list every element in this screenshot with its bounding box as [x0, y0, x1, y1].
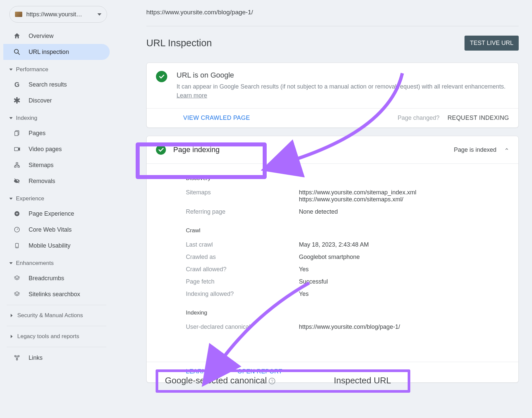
divider	[7, 305, 106, 305]
property-selector[interactable]: https://www.yoursit…	[9, 6, 107, 23]
video-icon	[13, 145, 21, 153]
nav-breadcrumbs[interactable]: Breadcrumbs	[3, 270, 110, 286]
page-changed-label: Page changed?	[398, 114, 440, 121]
learn-more-button[interactable]: LEARN MORE	[186, 368, 227, 375]
links-icon	[13, 353, 21, 362]
nav-sitelinks-searchbox[interactable]: Sitelinks searchbox	[3, 286, 110, 302]
divider	[7, 326, 106, 326]
nav-core-web-vitals[interactable]: Core Web Vitals	[3, 222, 110, 238]
home-icon	[13, 32, 21, 40]
page-indexing-card: Page indexing Page is indexed Discovery …	[146, 136, 519, 383]
view-crawled-page-button[interactable]: VIEW CRAWLED PAGE	[183, 114, 250, 121]
nav-label: Video pages	[29, 146, 62, 153]
nav-label: Security & Manual Actions	[17, 312, 83, 319]
svg-point-11	[17, 247, 17, 248]
svg-point-0	[14, 49, 18, 53]
svg-rect-6	[15, 166, 16, 167]
nav-overview[interactable]: Overview	[3, 28, 110, 44]
plus-circle-icon	[13, 209, 21, 218]
nav-label: Removals	[29, 178, 55, 185]
check-circle-icon	[156, 145, 166, 155]
group-enhancements[interactable]: Enhancements	[3, 256, 110, 270]
nav-search-results[interactable]: G Search results	[3, 77, 110, 93]
request-indexing-button[interactable]: REQUEST INDEXING	[448, 114, 509, 121]
kv-key: Page fetch	[186, 278, 299, 285]
svg-rect-4	[15, 147, 19, 151]
nav-label: Overview	[29, 33, 54, 40]
page-indexing-header[interactable]: Page indexing Page is indexed	[147, 136, 518, 163]
layers-icon	[13, 290, 21, 299]
nav-label: Pages	[29, 130, 46, 137]
pages-icon	[13, 129, 21, 137]
open-report-button[interactable]: OPEN REPORT	[237, 368, 282, 375]
property-favicon	[15, 12, 22, 17]
test-live-url-button[interactable]: TEST LIVE URL	[465, 36, 519, 51]
google-canonical-key: Google-selected canonical?	[165, 375, 275, 386]
svg-rect-7	[18, 166, 20, 167]
nav-url-inspection[interactable]: URL inspection	[3, 44, 110, 60]
nav-label: Mobile Usability	[29, 242, 70, 249]
group-label: Performance	[16, 66, 48, 73]
group-label: Indexing	[16, 115, 37, 121]
nav-label: Page Experience	[29, 210, 74, 217]
nav-removals[interactable]: Removals	[3, 173, 110, 189]
group-label: Experience	[16, 195, 44, 202]
divider	[146, 26, 519, 26]
group-experience[interactable]: Experience	[3, 192, 110, 206]
sidebar: https://www.yoursit… Overview URL inspec…	[0, 0, 113, 418]
chevron-right-icon	[11, 335, 13, 338]
page-title: URL Inspection	[146, 38, 212, 49]
visibility-off-icon	[13, 177, 21, 185]
group-performance[interactable]: Performance	[3, 63, 110, 77]
nav-legacy[interactable]: Legacy tools and reports	[3, 329, 110, 344]
sitemap-icon	[13, 161, 21, 169]
kv-key: User-declared canonical	[186, 323, 299, 330]
kv-key: Sitemaps	[186, 189, 299, 203]
asterisk-icon: ✱	[13, 96, 21, 105]
nav-label: Sitemaps	[29, 162, 54, 169]
google-canonical-val: Inspected URL	[334, 375, 391, 386]
page-indexing-title: Page indexing	[173, 145, 219, 154]
nav-links[interactable]: Links	[3, 350, 110, 366]
help-icon[interactable]: ?	[269, 378, 275, 384]
svg-line-1	[18, 53, 20, 55]
section-crawl: Crawl	[186, 227, 509, 234]
divider	[7, 347, 106, 347]
nav-video-pages[interactable]: Video pages	[3, 141, 110, 157]
kv-val: May 18, 2023, 2:43:48 AM	[299, 241, 509, 248]
nav-security[interactable]: Security & Manual Actions	[3, 308, 110, 323]
kv-val: https://www.yoursite.com/sitemap_index.x…	[299, 189, 509, 203]
nav-discover[interactable]: ✱ Discover	[3, 93, 110, 108]
kv-val: Yes	[299, 266, 509, 273]
group-indexing[interactable]: Indexing	[3, 111, 110, 125]
nav-sitemaps[interactable]: Sitemaps	[3, 157, 110, 173]
status-card: URL is on Google It can appear in Google…	[146, 63, 519, 128]
chevron-down-icon	[9, 117, 13, 119]
nav-pages[interactable]: Pages	[3, 125, 110, 141]
nav-label: Legacy tools and reports	[17, 333, 79, 340]
page-indexed-status: Page is indexed	[454, 146, 496, 153]
inspected-url: https://www.yoursite.com/blog/page-1/	[146, 9, 519, 26]
property-label: https://www.yoursit…	[26, 11, 94, 18]
kv-key: Referring page	[186, 208, 299, 215]
gauge-icon	[13, 225, 21, 234]
chevron-down-icon	[9, 198, 13, 200]
nav-label: Breadcrumbs	[29, 275, 64, 282]
chevron-down-icon	[97, 13, 101, 16]
search-icon	[13, 48, 21, 56]
kv-val: Googlebot smartphone	[299, 254, 509, 261]
main-content: https://www.yoursite.com/blog/page-1/ UR…	[113, 0, 532, 383]
nav-page-experience[interactable]: Page Experience	[3, 206, 110, 222]
kv-key: Indexing allowed?	[186, 291, 299, 298]
group-label: Enhancements	[16, 260, 54, 267]
chevron-right-icon	[11, 314, 13, 317]
nav-label: Discover	[29, 97, 52, 104]
kv-val: None detected	[299, 208, 509, 215]
learn-more-link[interactable]: Learn more	[177, 92, 207, 99]
kv-key: Crawled as	[186, 254, 299, 261]
check-circle-icon	[156, 71, 167, 82]
nav-label: URL inspection	[29, 49, 69, 56]
nav-label: Core Web Vitals	[29, 226, 71, 233]
nav-mobile-usability[interactable]: Mobile Usability	[3, 238, 110, 254]
section-indexing: Indexing	[186, 310, 509, 316]
